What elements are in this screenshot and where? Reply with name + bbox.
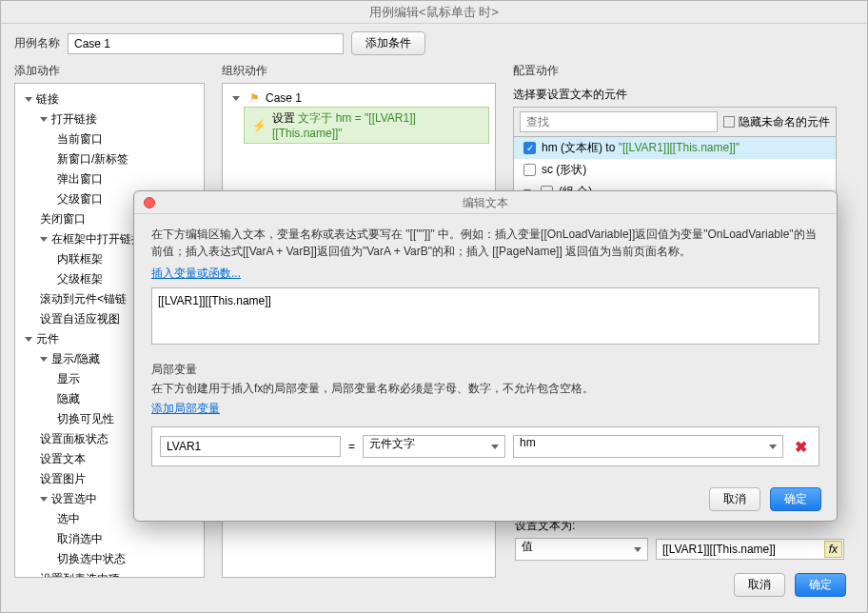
tree-item[interactable]: 设置列表选中项 [15,569,204,578]
set-text-section: 设置文本为: 值 fx [515,518,844,561]
hide-unnamed-checkbox[interactable]: 隐藏未命名的元件 [723,114,830,130]
checkbox-icon[interactable] [523,164,536,176]
local-var-target-select[interactable]: hm [513,435,783,458]
add-condition-button[interactable]: 添加条件 [351,31,425,55]
edit-text-modal: 编辑文本 在下方编辑区输入文本，变量名称或表达式要写在 "[[""]]" 中。例… [133,190,838,522]
tree-item[interactable]: 取消选中 [15,529,204,549]
org-case-label: Case 1 [266,91,302,105]
add-action-header: 添加动作 [14,63,205,79]
chevron-down-icon [25,337,32,342]
modal-title: 编辑文本 [134,191,837,214]
tree-item[interactable]: 新窗口/新标签 [15,149,204,169]
chevron-down-icon [40,117,48,122]
tree-item[interactable]: 打开链接 [15,109,204,129]
case-name-label: 用例名称 [14,35,60,51]
tree-item[interactable]: 弹出窗口 [15,169,204,189]
set-text-type-select[interactable]: 值 [515,538,648,561]
checkbox-icon[interactable]: ✓ [523,142,536,154]
checkbox-icon [723,116,735,128]
delete-var-button[interactable]: ✖ [791,438,811,456]
case-name-input[interactable] [68,33,344,54]
cfg-search-input[interactable] [520,111,718,132]
org-action-row[interactable]: ⚡ 设置 文字于 hm = "[[LVAR1]][[This.name]]" [244,107,489,144]
set-text-value-wrap: fx [656,539,844,560]
chevron-down-icon [25,97,32,102]
local-var-section-label: 局部变量 [151,362,819,378]
modal-footer: 取消 确定 [134,478,837,521]
local-var-help: 在下方创建用于插入fx的局部变量，局部变量名称必须是字母、数字，不允许包含空格。 [151,380,819,397]
main-ok-button[interactable]: 确定 [795,573,846,597]
cfg-select-label: 选择要设置文本的元件 [513,87,837,103]
modal-ok-button[interactable]: 确定 [770,487,821,511]
main-cancel-button[interactable]: 取消 [734,573,785,597]
tree-item[interactable]: 当前窗口 [15,129,204,149]
modal-help-text: 在下方编辑区输入文本，变量名称或表达式要写在 "[[""]]" 中。例如：插入变… [151,226,819,260]
local-var-type-select[interactable]: 元件文字 [363,435,505,458]
case-name-row: 用例名称 添加条件 [1,24,867,63]
cfg-toolbar: 隐藏未命名的元件 [513,107,837,136]
local-var-name-input[interactable] [160,436,341,457]
equals-label: = [348,440,355,453]
org-action-text: 设置 文字于 hm = "[[LVAR1]][[This.name]]" [272,110,481,140]
local-var-row: = 元件文字 hm ✖ [151,426,819,466]
configure-action-header: 配置动作 [513,63,837,79]
expression-editor[interactable]: [[LVAR1]][[This.name]] [151,287,819,345]
insert-var-link[interactable]: 插入变量或函数... [151,266,819,282]
main-footer: 取消 确定 [719,564,861,606]
tree-item[interactable]: 链接 [15,89,204,109]
tree-item[interactable]: 切换选中状态 [15,549,204,569]
add-local-var-link[interactable]: 添加局部变量 [151,401,819,417]
bolt-icon: ⚡ [252,119,266,132]
cfg-widget-list[interactable]: ✓hm (文本框) to "[[LVAR1]][[This.name]]"sc … [513,136,837,193]
window-title: 用例编辑<鼠标单击 时> [1,1,867,24]
set-text-value-input[interactable] [656,539,844,560]
fx-button[interactable]: fx [824,541,842,558]
flag-icon: ⚑ [249,91,260,105]
org-case-row[interactable]: ⚑ Case 1 [228,89,489,107]
chevron-down-icon [232,96,240,101]
chevron-down-icon [40,357,48,362]
modal-cancel-button[interactable]: 取消 [709,487,760,511]
cfg-list-item[interactable]: ✓hm (文本框) to "[[LVAR1]][[This.name]]" [514,137,836,159]
chevron-down-icon [40,497,48,502]
close-icon[interactable] [144,197,155,208]
cfg-list-item[interactable]: sc (形状) [514,159,836,181]
organize-action-header: 组织动作 [222,63,496,79]
chevron-down-icon [40,237,48,242]
